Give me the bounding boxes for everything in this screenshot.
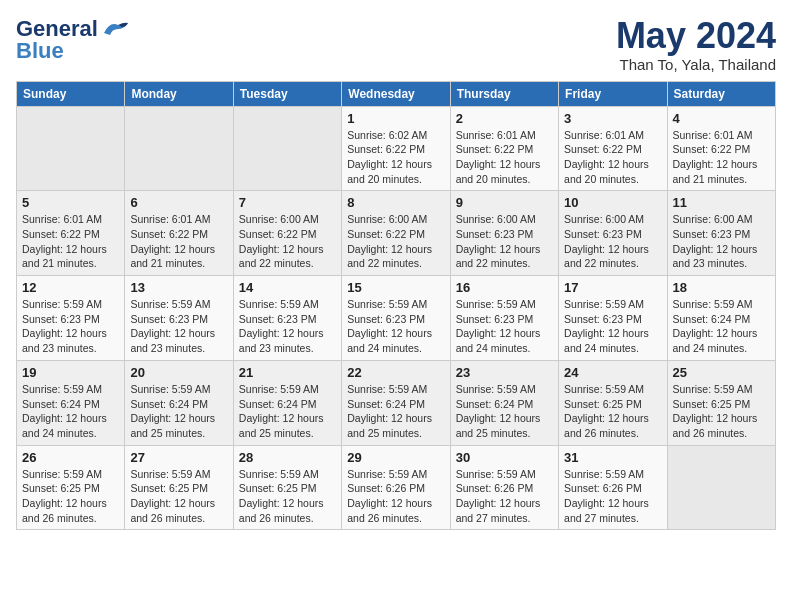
table-row: 18Sunrise: 5:59 AM Sunset: 6:24 PM Dayli… xyxy=(667,276,775,361)
table-row: 5Sunrise: 6:01 AM Sunset: 6:22 PM Daylig… xyxy=(17,191,125,276)
day-number: 14 xyxy=(239,280,336,295)
table-row: 22Sunrise: 5:59 AM Sunset: 6:24 PM Dayli… xyxy=(342,360,450,445)
logo-blue-text: Blue xyxy=(16,38,64,64)
day-info: Sunrise: 5:59 AM Sunset: 6:26 PM Dayligh… xyxy=(564,467,661,526)
title-block: May 2024 Than To, Yala, Thailand xyxy=(616,16,776,73)
day-info: Sunrise: 5:59 AM Sunset: 6:23 PM Dayligh… xyxy=(239,297,336,356)
table-row: 23Sunrise: 5:59 AM Sunset: 6:24 PM Dayli… xyxy=(450,360,558,445)
day-info: Sunrise: 6:01 AM Sunset: 6:22 PM Dayligh… xyxy=(22,212,119,271)
table-row: 21Sunrise: 5:59 AM Sunset: 6:24 PM Dayli… xyxy=(233,360,341,445)
day-info: Sunrise: 5:59 AM Sunset: 6:24 PM Dayligh… xyxy=(22,382,119,441)
col-friday: Friday xyxy=(559,81,667,106)
table-row: 19Sunrise: 5:59 AM Sunset: 6:24 PM Dayli… xyxy=(17,360,125,445)
col-sunday: Sunday xyxy=(17,81,125,106)
table-row: 13Sunrise: 5:59 AM Sunset: 6:23 PM Dayli… xyxy=(125,276,233,361)
day-number: 10 xyxy=(564,195,661,210)
day-info: Sunrise: 6:01 AM Sunset: 6:22 PM Dayligh… xyxy=(673,128,770,187)
day-number: 6 xyxy=(130,195,227,210)
table-row: 30Sunrise: 5:59 AM Sunset: 6:26 PM Dayli… xyxy=(450,445,558,530)
day-info: Sunrise: 6:00 AM Sunset: 6:22 PM Dayligh… xyxy=(239,212,336,271)
day-number: 18 xyxy=(673,280,770,295)
day-number: 12 xyxy=(22,280,119,295)
day-info: Sunrise: 6:00 AM Sunset: 6:23 PM Dayligh… xyxy=(564,212,661,271)
table-row: 12Sunrise: 5:59 AM Sunset: 6:23 PM Dayli… xyxy=(17,276,125,361)
day-info: Sunrise: 5:59 AM Sunset: 6:23 PM Dayligh… xyxy=(130,297,227,356)
day-info: Sunrise: 5:59 AM Sunset: 6:24 PM Dayligh… xyxy=(239,382,336,441)
page-header: General Blue May 2024 Than To, Yala, Tha… xyxy=(16,16,776,73)
day-info: Sunrise: 5:59 AM Sunset: 6:24 PM Dayligh… xyxy=(347,382,444,441)
table-row: 14Sunrise: 5:59 AM Sunset: 6:23 PM Dayli… xyxy=(233,276,341,361)
calendar-table: Sunday Monday Tuesday Wednesday Thursday… xyxy=(16,81,776,531)
table-row: 3Sunrise: 6:01 AM Sunset: 6:22 PM Daylig… xyxy=(559,106,667,191)
day-number: 17 xyxy=(564,280,661,295)
day-number: 24 xyxy=(564,365,661,380)
table-row xyxy=(667,445,775,530)
day-number: 22 xyxy=(347,365,444,380)
day-info: Sunrise: 5:59 AM Sunset: 6:23 PM Dayligh… xyxy=(456,297,553,356)
day-number: 8 xyxy=(347,195,444,210)
day-number: 30 xyxy=(456,450,553,465)
table-row: 7Sunrise: 6:00 AM Sunset: 6:22 PM Daylig… xyxy=(233,191,341,276)
day-number: 19 xyxy=(22,365,119,380)
calendar-title: May 2024 xyxy=(616,16,776,56)
day-number: 3 xyxy=(564,111,661,126)
table-row: 24Sunrise: 5:59 AM Sunset: 6:25 PM Dayli… xyxy=(559,360,667,445)
day-number: 9 xyxy=(456,195,553,210)
table-row: 16Sunrise: 5:59 AM Sunset: 6:23 PM Dayli… xyxy=(450,276,558,361)
day-number: 7 xyxy=(239,195,336,210)
calendar-subtitle: Than To, Yala, Thailand xyxy=(616,56,776,73)
table-row: 31Sunrise: 5:59 AM Sunset: 6:26 PM Dayli… xyxy=(559,445,667,530)
day-info: Sunrise: 6:02 AM Sunset: 6:22 PM Dayligh… xyxy=(347,128,444,187)
day-info: Sunrise: 5:59 AM Sunset: 6:25 PM Dayligh… xyxy=(564,382,661,441)
day-number: 25 xyxy=(673,365,770,380)
table-row: 6Sunrise: 6:01 AM Sunset: 6:22 PM Daylig… xyxy=(125,191,233,276)
day-number: 4 xyxy=(673,111,770,126)
day-info: Sunrise: 5:59 AM Sunset: 6:24 PM Dayligh… xyxy=(456,382,553,441)
col-tuesday: Tuesday xyxy=(233,81,341,106)
day-info: Sunrise: 6:01 AM Sunset: 6:22 PM Dayligh… xyxy=(456,128,553,187)
day-info: Sunrise: 5:59 AM Sunset: 6:23 PM Dayligh… xyxy=(22,297,119,356)
calendar-header-row: Sunday Monday Tuesday Wednesday Thursday… xyxy=(17,81,776,106)
day-info: Sunrise: 5:59 AM Sunset: 6:25 PM Dayligh… xyxy=(22,467,119,526)
table-row: 26Sunrise: 5:59 AM Sunset: 6:25 PM Dayli… xyxy=(17,445,125,530)
day-info: Sunrise: 5:59 AM Sunset: 6:25 PM Dayligh… xyxy=(673,382,770,441)
calendar-week-row: 5Sunrise: 6:01 AM Sunset: 6:22 PM Daylig… xyxy=(17,191,776,276)
day-number: 26 xyxy=(22,450,119,465)
table-row: 11Sunrise: 6:00 AM Sunset: 6:23 PM Dayli… xyxy=(667,191,775,276)
day-info: Sunrise: 5:59 AM Sunset: 6:25 PM Dayligh… xyxy=(239,467,336,526)
day-info: Sunrise: 6:00 AM Sunset: 6:23 PM Dayligh… xyxy=(673,212,770,271)
table-row: 4Sunrise: 6:01 AM Sunset: 6:22 PM Daylig… xyxy=(667,106,775,191)
table-row: 17Sunrise: 5:59 AM Sunset: 6:23 PM Dayli… xyxy=(559,276,667,361)
day-number: 21 xyxy=(239,365,336,380)
day-info: Sunrise: 5:59 AM Sunset: 6:23 PM Dayligh… xyxy=(347,297,444,356)
day-info: Sunrise: 6:01 AM Sunset: 6:22 PM Dayligh… xyxy=(564,128,661,187)
table-row: 15Sunrise: 5:59 AM Sunset: 6:23 PM Dayli… xyxy=(342,276,450,361)
col-monday: Monday xyxy=(125,81,233,106)
day-number: 5 xyxy=(22,195,119,210)
day-info: Sunrise: 5:59 AM Sunset: 6:26 PM Dayligh… xyxy=(347,467,444,526)
day-number: 23 xyxy=(456,365,553,380)
day-number: 16 xyxy=(456,280,553,295)
table-row xyxy=(125,106,233,191)
table-row: 2Sunrise: 6:01 AM Sunset: 6:22 PM Daylig… xyxy=(450,106,558,191)
day-number: 2 xyxy=(456,111,553,126)
table-row: 8Sunrise: 6:00 AM Sunset: 6:22 PM Daylig… xyxy=(342,191,450,276)
day-number: 15 xyxy=(347,280,444,295)
day-number: 1 xyxy=(347,111,444,126)
table-row: 28Sunrise: 5:59 AM Sunset: 6:25 PM Dayli… xyxy=(233,445,341,530)
table-row: 20Sunrise: 5:59 AM Sunset: 6:24 PM Dayli… xyxy=(125,360,233,445)
calendar-week-row: 1Sunrise: 6:02 AM Sunset: 6:22 PM Daylig… xyxy=(17,106,776,191)
day-number: 11 xyxy=(673,195,770,210)
col-wednesday: Wednesday xyxy=(342,81,450,106)
day-number: 13 xyxy=(130,280,227,295)
table-row: 27Sunrise: 5:59 AM Sunset: 6:25 PM Dayli… xyxy=(125,445,233,530)
calendar-week-row: 19Sunrise: 5:59 AM Sunset: 6:24 PM Dayli… xyxy=(17,360,776,445)
day-number: 29 xyxy=(347,450,444,465)
day-info: Sunrise: 5:59 AM Sunset: 6:25 PM Dayligh… xyxy=(130,467,227,526)
day-info: Sunrise: 5:59 AM Sunset: 6:24 PM Dayligh… xyxy=(130,382,227,441)
day-number: 31 xyxy=(564,450,661,465)
col-thursday: Thursday xyxy=(450,81,558,106)
day-number: 27 xyxy=(130,450,227,465)
table-row: 25Sunrise: 5:59 AM Sunset: 6:25 PM Dayli… xyxy=(667,360,775,445)
table-row: 9Sunrise: 6:00 AM Sunset: 6:23 PM Daylig… xyxy=(450,191,558,276)
